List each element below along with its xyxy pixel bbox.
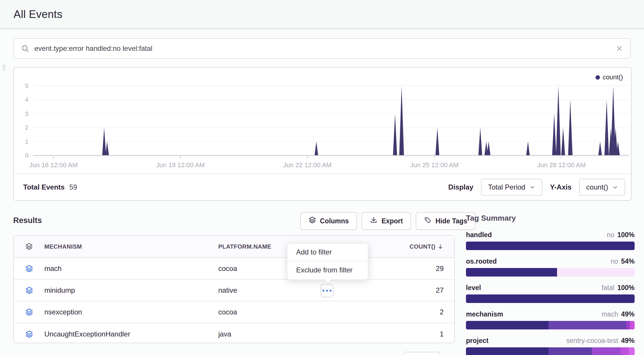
export-button-label: Export — [381, 217, 403, 225]
tag-distribution-bar[interactable] — [466, 347, 635, 355]
tag-bar-segment — [626, 321, 630, 329]
page-header: All Events — [0, 0, 644, 29]
tag-bar-segment — [466, 294, 635, 303]
tag-group: project sentry-cocoa-test 49% — [466, 337, 635, 355]
yaxis-label: Y-Axis — [550, 183, 571, 191]
pagination-button-partial[interactable] — [404, 352, 440, 355]
search-bar[interactable] — [13, 38, 631, 59]
tag-bar-segment — [466, 347, 549, 355]
tag-bar-segment — [549, 321, 626, 329]
layers-icon — [14, 265, 44, 273]
results-toolbar: Columns Export Hide Tags — [300, 212, 475, 230]
columns-button-label: Columns — [320, 217, 349, 225]
export-button[interactable]: Export — [362, 212, 411, 230]
cell-count: 27 — [436, 286, 454, 294]
svg-text:Jun 19 12:00 AM: Jun 19 12:00 AM — [156, 161, 205, 169]
cell-platform-name: java — [218, 330, 383, 338]
tag-distribution-bar[interactable] — [466, 321, 635, 329]
tag-bar-segment — [620, 347, 629, 355]
layers-icon — [308, 216, 316, 226]
columns-button[interactable]: Columns — [300, 212, 357, 230]
tag-group: handled no 100% — [466, 231, 635, 250]
tag-summary: Tag Summary handled no 100% os.rooted no… — [466, 214, 635, 355]
total-events-value: 59 — [69, 183, 77, 191]
menu-item-add-to-filter[interactable]: Add to filter — [287, 244, 368, 261]
svg-text:2: 2 — [25, 124, 28, 131]
panel-resize-handle[interactable] — [3, 64, 5, 71]
tag-bar-segment — [466, 268, 557, 277]
total-events-label: Total Events — [23, 183, 65, 191]
svg-text:0: 0 — [25, 152, 28, 159]
yaxis-dropdown-value: count() — [586, 183, 608, 191]
cell-mechanism: UncaughtExceptionHandler — [44, 330, 218, 338]
layers-icon — [14, 287, 44, 294]
count-series-label: count() — [603, 73, 623, 81]
tag-bar-segment — [466, 321, 549, 329]
display-label: Display — [448, 183, 473, 191]
cell-count: 1 — [440, 330, 454, 338]
tag-summary-title: Tag Summary — [466, 214, 635, 223]
yaxis-dropdown[interactable]: count() — [579, 179, 625, 196]
table-body: mach cocoa 29 minidump native 27 nsexcep… — [14, 258, 454, 345]
column-header-mechanism[interactable]: MECHANISM — [44, 243, 218, 250]
tag-distribution-bar[interactable] — [466, 268, 635, 277]
tag-group: level fatal 100% — [466, 284, 635, 303]
sort-descending-icon — [437, 243, 444, 250]
layers-icon — [14, 330, 44, 338]
layers-icon — [14, 308, 44, 316]
tag-name: handled — [466, 231, 492, 239]
display-dropdown[interactable]: Total Period — [481, 179, 542, 196]
tag-top-percentage: 54% — [621, 257, 635, 265]
tag-bar-segment — [592, 347, 620, 355]
count-series-dot-icon — [596, 75, 600, 80]
count-area-chart[interactable]: 012345Jun 16 12:00 AMJun 19 12:00 AMJun … — [14, 68, 631, 174]
chart-footer: Total Events 59 Display Total Period Y-A… — [14, 173, 631, 200]
tag-group: mechanism mach 49% — [466, 310, 635, 329]
cell-count: 29 — [436, 264, 454, 273]
svg-text:Jun 28 12:00 AM: Jun 28 12:00 AM — [537, 161, 586, 169]
download-icon — [370, 216, 378, 226]
tag-bar-segment — [549, 347, 592, 355]
chart-legend[interactable]: count() — [596, 73, 623, 81]
menu-item-exclude-from-filter[interactable]: Exclude from filter — [287, 261, 368, 279]
svg-text:Jun 25 12:00 AM: Jun 25 12:00 AM — [410, 161, 459, 169]
svg-text:Jun 16 12:00 AM: Jun 16 12:00 AM — [29, 161, 78, 169]
layers-icon[interactable] — [14, 243, 44, 250]
tag-bar-segment — [630, 321, 634, 329]
tag-distribution-bar[interactable] — [466, 242, 635, 250]
tag-top-percentage: 49% — [621, 337, 635, 345]
tag-top-percentage: 100% — [617, 231, 635, 239]
tag-name: os.rooted — [466, 257, 497, 265]
tag-top-percentage: 100% — [617, 284, 635, 292]
tag-list: handled no 100% os.rooted no 54% level f… — [466, 231, 635, 355]
tag-name: project — [466, 337, 489, 345]
row-actions-button[interactable] — [321, 284, 333, 297]
column-header-count[interactable]: COUNT() — [410, 243, 454, 250]
table-row: nsexception cocoa 2 — [14, 302, 454, 323]
table-header-row: MECHANISM PLATFORM.NAME COUNT() — [14, 236, 454, 258]
page-title: All Events — [14, 8, 63, 21]
events-chart[interactable]: 012345Jun 16 12:00 AMJun 19 12:00 AMJun … — [14, 68, 631, 174]
tag-icon — [424, 216, 432, 226]
results-title: Results — [13, 216, 42, 225]
tag-distribution-bar[interactable] — [466, 294, 635, 303]
tag-bar-segment — [557, 268, 635, 277]
cell-platform-name: native — [218, 286, 383, 294]
cell-count: 2 — [440, 308, 454, 316]
tag-top-value: sentry-cocoa-test — [566, 337, 618, 345]
tag-top-percentage: 49% — [621, 310, 635, 318]
table-row: UncaughtExceptionHandler java 1 — [14, 323, 454, 345]
total-events: Total Events 59 — [23, 183, 77, 191]
svg-text:1: 1 — [25, 138, 28, 145]
tag-name: mechanism — [466, 310, 503, 318]
tag-bar-segment — [629, 347, 635, 355]
search-input[interactable] — [34, 44, 616, 53]
events-chart-panel: 012345Jun 16 12:00 AMJun 19 12:00 AMJun … — [13, 67, 632, 201]
svg-text:5: 5 — [25, 82, 28, 89]
all-events-page: All Events 012345Jun 16 12:00 AMJun 19 1… — [0, 0, 644, 355]
svg-text:3: 3 — [25, 110, 28, 117]
tag-top-value: fatal — [602, 284, 614, 292]
close-icon[interactable] — [616, 45, 623, 52]
chevron-down-icon — [529, 184, 535, 190]
cell-mechanism: minidump — [44, 286, 218, 294]
